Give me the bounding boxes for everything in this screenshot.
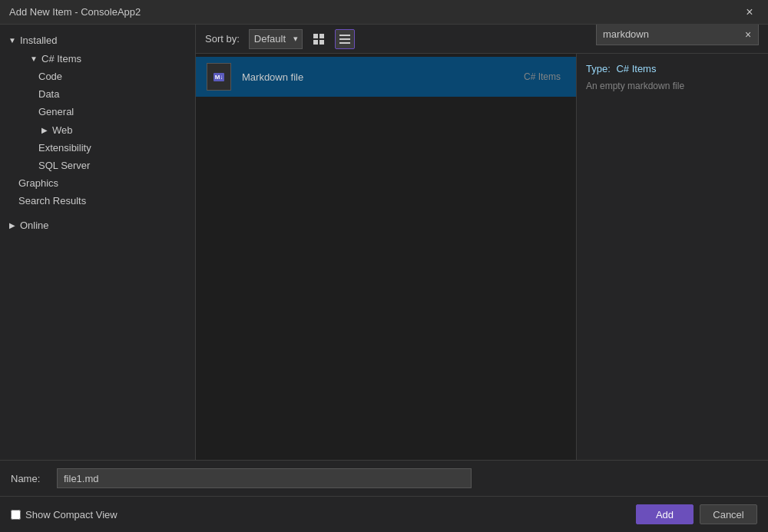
toolbar: Sort by: Default Name Type — [196, 25, 768, 54]
type-label: Type: — [586, 63, 611, 74]
svg-rect-0 — [313, 34, 318, 38]
sort-select[interactable]: Default Name Type — [249, 29, 303, 49]
web-arrow: ▶ — [38, 124, 51, 136]
sidebar: ▼ Installed ▼ C# Items Code Data General… — [0, 25, 196, 460]
search-box: × — [596, 25, 759, 45]
sidebar-installed[interactable]: ▼ Installed — [0, 31, 195, 49]
md-icon-graphic: M↓ — [207, 63, 231, 91]
code-label: Code — [38, 71, 62, 82]
sidebar-item-c-items[interactable]: ▼ C# Items — [0, 49, 195, 68]
sidebar-item-sql-server[interactable]: SQL Server — [0, 157, 195, 174]
right-panel: Sort by: Default Name Type — [196, 25, 768, 460]
svg-rect-5 — [339, 38, 350, 40]
svg-rect-4 — [339, 35, 350, 36]
items-area: M↓ Markdown file C# Items Type: C# Items… — [196, 54, 768, 460]
list-view-button[interactable] — [335, 29, 355, 49]
c-items-arrow: ▼ — [28, 52, 40, 64]
footer-buttons: Add Cancel — [636, 504, 757, 524]
sql-server-label: SQL Server — [38, 160, 90, 171]
svg-rect-1 — [319, 34, 324, 38]
item-name: Markdown file — [242, 71, 515, 83]
detail-description: An empty markdown file — [586, 81, 759, 91]
add-button[interactable]: Add — [636, 504, 694, 524]
sort-label: Sort by: — [205, 33, 240, 45]
sidebar-item-graphics[interactable]: Graphics — [0, 174, 195, 192]
compact-view-toggle[interactable]: Show Compact View — [11, 509, 118, 520]
svg-rect-2 — [313, 40, 318, 45]
detail-type: Type: C# Items — [586, 63, 759, 74]
search-input[interactable] — [597, 25, 738, 45]
general-label: General — [38, 106, 74, 117]
markdown-file-icon: M↓ — [205, 63, 233, 91]
sort-select-wrapper: Default Name Type — [249, 29, 303, 49]
search-clear-button[interactable]: × — [738, 25, 758, 45]
sidebar-item-general[interactable]: General — [0, 103, 195, 121]
search-results-label: Search Results — [18, 195, 86, 207]
item-category: C# Items — [524, 71, 561, 82]
extensibility-label: Extensibility — [38, 142, 91, 154]
sidebar-item-code[interactable]: Code — [0, 68, 195, 85]
sidebar-item-web[interactable]: ▶ Web — [0, 121, 195, 139]
sidebar-item-data[interactable]: Data — [0, 85, 195, 103]
name-input[interactable] — [57, 468, 472, 488]
type-value: C# Items — [616, 63, 656, 74]
online-label: Online — [20, 220, 49, 231]
close-button[interactable]: × — [740, 3, 759, 21]
online-arrow: ▶ — [6, 219, 18, 231]
items-list: M↓ Markdown file C# Items — [196, 54, 576, 460]
svg-rect-6 — [339, 42, 350, 44]
web-label: Web — [52, 124, 73, 136]
compact-view-checkbox[interactable] — [11, 510, 21, 520]
installed-arrow: ▼ — [6, 34, 18, 46]
compact-view-label-text: Show Compact View — [25, 509, 118, 520]
name-label: Name: — [11, 473, 49, 484]
name-row: Name: — [0, 460, 768, 496]
grid-view-button[interactable] — [309, 29, 329, 49]
sidebar-item-search-results[interactable]: Search Results — [0, 192, 195, 210]
sidebar-item-extensibility[interactable]: Extensibility — [0, 139, 195, 157]
title-bar: Add New Item - ConsoleApp2 × — [0, 0, 768, 25]
installed-label: Installed — [20, 35, 57, 46]
c-items-label: C# Items — [41, 53, 81, 64]
cancel-button[interactable]: Cancel — [700, 504, 757, 524]
title-bar-text: Add New Item - ConsoleApp2 — [9, 6, 141, 18]
sidebar-online[interactable]: ▶ Online — [0, 216, 195, 234]
main-content: ▼ Installed ▼ C# Items Code Data General… — [0, 25, 768, 460]
data-label: Data — [38, 88, 59, 100]
item-row-markdown[interactable]: M↓ Markdown file C# Items — [196, 57, 576, 97]
search-area: × — [596, 25, 759, 55]
svg-rect-3 — [319, 40, 324, 45]
md-icon-text: M↓ — [214, 73, 225, 81]
footer-bar: Show Compact View Add Cancel — [0, 496, 768, 532]
graphics-label: Graphics — [18, 177, 58, 189]
details-panel: Type: C# Items An empty markdown file — [576, 54, 768, 460]
